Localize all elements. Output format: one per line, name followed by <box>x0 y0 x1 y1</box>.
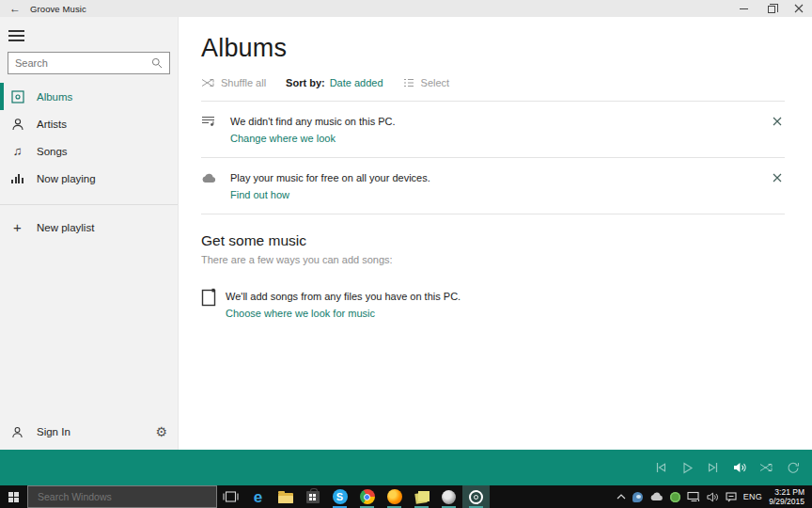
play-button[interactable] <box>674 454 700 481</box>
select-button[interactable]: Select <box>403 77 450 88</box>
search-input[interactable] <box>15 57 151 69</box>
close-button[interactable] <box>785 0 812 17</box>
pc-files-icon <box>201 287 226 321</box>
search-icon <box>151 57 163 69</box>
choose-where-we-look-link[interactable]: Choose where we look for music <box>226 308 375 319</box>
tray-bird-icon[interactable] <box>632 492 643 502</box>
get-some-music-subtitle: There are a few ways you can add songs: <box>201 254 785 265</box>
volume-button[interactable] <box>726 454 753 481</box>
notification-text: We didn't find any music on this PC. <box>230 116 396 127</box>
sort-by-label: Sort by: <box>286 77 325 88</box>
clock[interactable]: 3:21 PM 9/29/2015 <box>769 487 807 506</box>
change-where-we-look-link[interactable]: Change where we look <box>230 133 336 144</box>
taskbar-app-groove-music[interactable] <box>462 485 490 508</box>
network-icon[interactable] <box>687 491 700 502</box>
repeat-button[interactable] <box>779 454 805 481</box>
page-title: Albums <box>201 34 785 63</box>
new-playlist-label: New playlist <box>37 222 94 233</box>
sort-value-dropdown[interactable]: Date added <box>330 77 383 88</box>
onedrive-cloud-icon[interactable] <box>649 492 664 501</box>
tray-chevron-button[interactable] <box>617 494 626 500</box>
notification-no-music: We didn't find any music on this PC. Cha… <box>201 102 785 155</box>
taskbar-search-box[interactable] <box>27 485 217 508</box>
sign-in-button[interactable]: Sign In <box>37 426 70 437</box>
taskbar-app-chrome[interactable] <box>353 485 381 508</box>
restore-icon <box>768 6 775 13</box>
toolbar: Shuffle all Sort by: Date added Select <box>201 77 785 88</box>
taskbar-app-game[interactable] <box>435 485 462 508</box>
firefox-icon <box>387 489 402 504</box>
sign-in-icon <box>10 426 24 438</box>
add-songs-text: We'll add songs from any files you have … <box>226 291 461 302</box>
taskbar-app-store[interactable] <box>299 485 326 508</box>
sidebar-item-label: Songs <box>37 146 68 157</box>
system-tray: ENG 3:21 PM 9/29/2015 <box>617 485 812 508</box>
back-button[interactable]: ← <box>0 2 30 15</box>
action-center-icon[interactable] <box>726 492 737 502</box>
dismiss-notification-button[interactable] <box>770 114 785 129</box>
taskbar-app-file-explorer[interactable] <box>272 485 299 508</box>
shuffle-all-button[interactable]: Shuffle all <box>221 77 266 88</box>
play-icon <box>681 462 694 474</box>
cloud-icon <box>201 168 218 202</box>
task-view-button[interactable] <box>217 485 244 508</box>
close-icon <box>773 173 782 183</box>
shuffle-button[interactable] <box>753 454 779 481</box>
minimize-button[interactable] <box>730 0 757 17</box>
close-icon <box>773 117 782 126</box>
volume-tray-icon[interactable] <box>707 492 719 502</box>
main-content: Albums Shuffle all Sort by: Date added S… <box>179 17 812 450</box>
file-explorer-icon <box>278 493 293 503</box>
close-icon <box>794 4 804 13</box>
taskbar-app-sticky-notes[interactable] <box>408 485 435 508</box>
dismiss-notification-button[interactable] <box>770 170 785 185</box>
start-button[interactable] <box>0 485 27 508</box>
sidebar-item-label: Albums <box>37 91 72 103</box>
find-out-how-link[interactable]: Find out how <box>230 189 289 200</box>
chrome-icon <box>360 489 375 504</box>
taskbar-app-skype[interactable]: S <box>326 485 353 508</box>
edge-icon: e <box>254 489 262 505</box>
search-box[interactable] <box>8 52 170 74</box>
plus-icon: + <box>10 221 24 234</box>
settings-gear-icon[interactable]: ⚙ <box>155 425 167 438</box>
taskbar-app-firefox[interactable] <box>381 485 408 508</box>
hamburger-menu-button[interactable] <box>8 30 25 41</box>
date-label: 9/29/2015 <box>769 497 804 506</box>
now-playing-icon <box>10 173 24 183</box>
sidebar-item-songs[interactable]: ♫ Songs <box>0 137 178 165</box>
repeat-icon <box>787 462 799 474</box>
store-icon <box>306 491 320 503</box>
albums-icon <box>10 90 24 103</box>
new-playlist-button[interactable]: + New playlist <box>0 214 178 241</box>
previous-button[interactable] <box>648 454 674 481</box>
taskbar-app-edge[interactable]: e <box>244 485 272 508</box>
desktop: ← Groove Music <box>0 0 812 508</box>
artists-icon <box>10 118 24 131</box>
language-indicator[interactable]: ENG <box>743 492 762 501</box>
select-icon <box>403 78 414 87</box>
songs-icon: ♫ <box>10 145 24 157</box>
music-list-icon <box>201 112 218 146</box>
tray-app-icon[interactable] <box>670 492 680 502</box>
notification-text: Play your music for free on all your dev… <box>230 172 430 183</box>
next-button[interactable] <box>700 454 726 481</box>
previous-icon <box>654 462 667 473</box>
sidebar: Albums Artists ♫ Songs Now playing <box>0 17 179 450</box>
sidebar-item-label: Artists <box>37 119 67 130</box>
sidebar-item-albums[interactable]: Albums <box>0 83 178 110</box>
groove-music-icon <box>469 490 483 504</box>
windows-logo-icon <box>8 492 19 502</box>
titlebar: ← Groove Music <box>0 0 812 17</box>
taskbar-search-input[interactable] <box>38 491 216 502</box>
restore-button[interactable] <box>757 0 785 17</box>
sidebar-divider <box>0 204 178 205</box>
skype-icon: S <box>333 489 348 504</box>
sidebar-item-artists[interactable]: Artists <box>0 110 178 137</box>
sidebar-item-now-playing[interactable]: Now playing <box>0 165 178 192</box>
notification-free-music: Play your music for free on all your dev… <box>201 158 785 212</box>
add-songs-row: We'll add songs from any files you have … <box>201 287 785 321</box>
next-icon <box>707 462 720 473</box>
sidebar-item-label: Now playing <box>37 173 96 184</box>
get-some-music-heading: Get some music <box>201 232 785 249</box>
